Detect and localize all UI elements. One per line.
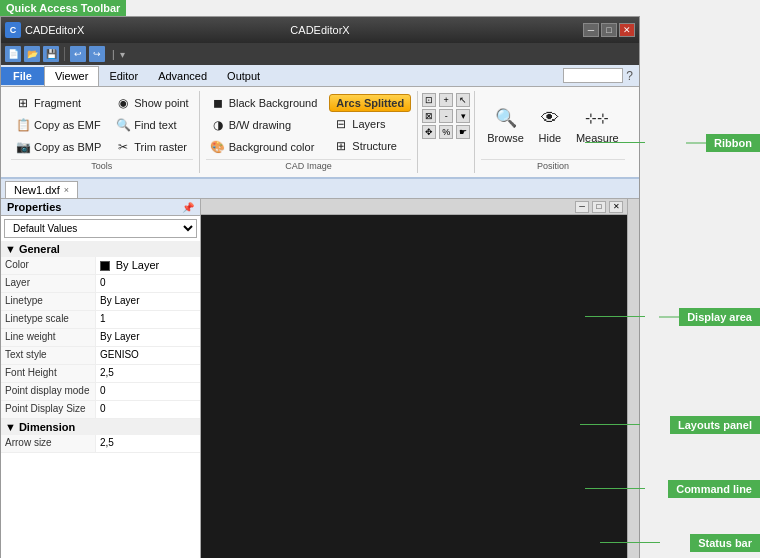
- display-max-icon[interactable]: □: [592, 201, 606, 213]
- prop-ptdisplay-value: 0: [96, 383, 200, 400]
- properties-header: Properties 📌: [1, 199, 200, 216]
- default-values-dropdown[interactable]: Default Values: [4, 219, 197, 238]
- prop-arrowsize-value: 2,5: [96, 435, 200, 452]
- zoom-minus-icon[interactable]: -: [439, 109, 453, 123]
- ribbon-hide-btn[interactable]: 👁 Hide: [532, 103, 568, 147]
- ribbon-position-buttons: 🔍 Browse 👁 Hide ⊹⊹ Measure: [481, 93, 624, 157]
- quick-access-label: Quick Access Toolbar: [0, 0, 126, 16]
- copy-bmp-label: Copy as BMP: [34, 141, 101, 153]
- ribbon-tools-buttons: ⊞ Fragment 📋 Copy as EMF 📷 Copy as BMP: [11, 93, 193, 157]
- ribbon-bw-btn[interactable]: ◑ B/W drawing: [206, 115, 322, 135]
- tools-group-title: Tools: [11, 159, 193, 171]
- prop-linetype-row: Linetype By Layer: [1, 293, 200, 311]
- zoom-percent-icon[interactable]: %: [439, 125, 453, 139]
- trim-raster-label: Trim raster: [134, 141, 187, 153]
- help-icon[interactable]: ?: [626, 69, 633, 83]
- prop-color-label: Color: [1, 257, 96, 274]
- prop-ptdisplay-label: Point display mode: [1, 383, 96, 400]
- general-collapse-icon[interactable]: ▼: [5, 243, 16, 255]
- pan-icon[interactable]: ✥: [422, 125, 436, 139]
- ribbon-show-point-btn[interactable]: ◉ Show point: [111, 93, 192, 113]
- prop-linetype-scale-label: Linetype scale: [1, 311, 96, 328]
- pin-icon[interactable]: 📌: [182, 202, 194, 213]
- display-area-annotation-line: [585, 316, 645, 317]
- ribbon-bg-color-btn[interactable]: 🎨 Background color: [206, 137, 322, 157]
- dimension-collapse-icon[interactable]: ▼: [5, 421, 16, 433]
- display-area: ─ □ ✕: [201, 199, 639, 558]
- prop-layer-value: 0: [96, 275, 200, 292]
- menu-advanced[interactable]: Advanced: [148, 67, 217, 85]
- layers-icon: ⊟: [333, 116, 349, 132]
- cursor-icon[interactable]: ↖: [456, 93, 470, 107]
- layouts-annotation: Layouts panel: [670, 416, 760, 434]
- undo-icon[interactable]: ↩: [70, 46, 86, 62]
- menu-search: ?: [563, 68, 639, 83]
- ribbon-row: ⊞ Fragment 📋 Copy as EMF 📷 Copy as BMP: [1, 89, 639, 175]
- ribbon-group-cad: ◼ Black Background ◑ B/W drawing 🎨 Backg…: [200, 91, 419, 173]
- redo-icon[interactable]: ↪: [89, 46, 105, 62]
- ribbon-annotation-line: [585, 142, 645, 143]
- color-swatch: [100, 261, 110, 271]
- tab-bar: New1.dxf ×: [1, 179, 639, 199]
- copy-emf-label: Copy as EMF: [34, 119, 101, 131]
- dimension-section-header: ▼ Dimension: [1, 419, 200, 435]
- close-button[interactable]: ✕: [619, 23, 635, 37]
- file-tab-name: New1.dxf: [14, 184, 60, 196]
- ribbon-copy-emf-btn[interactable]: 📋 Copy as EMF: [11, 115, 105, 135]
- display-scrollbar-vertical[interactable]: [627, 199, 639, 558]
- commandline-annotation-line: [585, 488, 645, 489]
- more-icon[interactable]: ▾: [456, 109, 470, 123]
- ribbon-browse-btn[interactable]: 🔍 Browse: [481, 103, 530, 147]
- zoom-fit-icon[interactable]: ⊡: [422, 93, 436, 107]
- prop-ptsize-row: Point Display Size 0: [1, 401, 200, 419]
- zoom-plus-icon[interactable]: +: [439, 93, 453, 107]
- prop-fontheight-label: Font Height: [1, 365, 96, 382]
- trim-raster-icon: ✂: [115, 139, 131, 155]
- ribbon-copy-bmp-btn[interactable]: 📷 Copy as BMP: [11, 137, 105, 157]
- show-point-label: Show point: [134, 97, 188, 109]
- layouts-annotation-line: [580, 424, 640, 425]
- ribbon-find-text-btn[interactable]: 🔍 Find text: [111, 115, 192, 135]
- file-tab-new1[interactable]: New1.dxf ×: [5, 181, 78, 198]
- prop-textstyle-row: Text style GENISO: [1, 347, 200, 365]
- ribbon-fragment-btn[interactable]: ⊞ Fragment: [11, 93, 105, 113]
- display-close-icon[interactable]: ✕: [609, 201, 623, 213]
- minimize-button[interactable]: ─: [583, 23, 599, 37]
- qa-more[interactable]: ▾: [120, 49, 125, 60]
- file-tab-close-icon[interactable]: ×: [64, 185, 69, 195]
- save-icon[interactable]: 💾: [43, 46, 59, 62]
- menu-search-input[interactable]: [563, 68, 623, 83]
- prop-color-value: By Layer: [96, 257, 200, 274]
- statusbar-annotation-line: [600, 542, 660, 543]
- open-file-icon[interactable]: 📂: [24, 46, 40, 62]
- prop-linetype-label: Linetype: [1, 293, 96, 310]
- main-window: C CADEditorX CADEditorX ─ □ ✕ 📄 📂 💾 ↩ ↪ …: [0, 16, 640, 558]
- copy-emf-icon: 📋: [15, 117, 31, 133]
- menu-editor[interactable]: Editor: [99, 67, 148, 85]
- new-file-icon[interactable]: 📄: [5, 46, 21, 62]
- copy-bmp-icon: 📷: [15, 139, 31, 155]
- ribbon-structure-btn[interactable]: ⊞ Structure: [329, 136, 411, 156]
- window-center-title: CADEditorX: [290, 24, 349, 36]
- ribbon-black-bg-btn[interactable]: ◼ Black Background: [206, 93, 322, 113]
- maximize-button[interactable]: □: [601, 23, 617, 37]
- menu-file[interactable]: File: [1, 67, 44, 85]
- ribbon-layers-btn[interactable]: ⊟ Layers: [329, 114, 411, 134]
- prop-lineweight-row: Line weight By Layer: [1, 329, 200, 347]
- ribbon-trim-raster-btn[interactable]: ✂ Trim raster: [111, 137, 192, 157]
- cad-group-title: CAD Image: [206, 159, 412, 171]
- ribbon-arcs-btn[interactable]: Arcs Splitted: [329, 94, 411, 112]
- zoom-region-icon[interactable]: ⊠: [422, 109, 436, 123]
- hand-icon[interactable]: ☛: [456, 125, 470, 139]
- menu-bar: File Viewer Editor Advanced Output ?: [1, 65, 639, 87]
- prop-layer-label: Layer: [1, 275, 96, 292]
- menu-output[interactable]: Output: [217, 67, 270, 85]
- prop-layer-row: Layer 0: [1, 275, 200, 293]
- menu-viewer[interactable]: Viewer: [44, 66, 99, 86]
- browse-icon: 🔍: [494, 106, 518, 130]
- ribbon-measure-btn[interactable]: ⊹⊹ Measure: [570, 103, 625, 147]
- prop-ptdisplay-row: Point display mode 0: [1, 383, 200, 401]
- display-restore-icon[interactable]: ─: [575, 201, 589, 213]
- prop-fontheight-value: 2,5: [96, 365, 200, 382]
- content-area: Properties 📌 Default Values ▼ General Co…: [1, 199, 639, 558]
